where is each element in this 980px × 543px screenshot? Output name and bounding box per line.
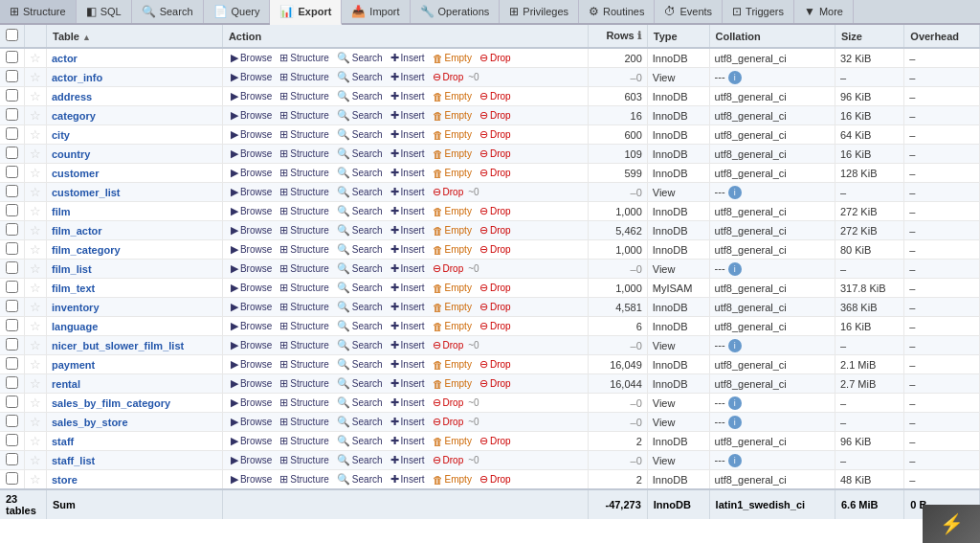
favorite-star[interactable]: ☆ xyxy=(30,415,41,429)
drop-btn[interactable]: ⊖Drop xyxy=(477,147,514,161)
row-checkbox[interactable] xyxy=(6,415,18,427)
nav-tab-operations[interactable]: 🔧Operations xyxy=(411,0,501,23)
drop-btn[interactable]: ⊖Drop xyxy=(477,281,514,295)
structure-btn[interactable]: ⊞Structure xyxy=(277,319,332,333)
structure-btn[interactable]: ⊞Structure xyxy=(277,472,332,486)
select-all-checkbox[interactable] xyxy=(6,29,18,41)
search-btn[interactable]: 🔍Search xyxy=(334,242,386,257)
browse-btn[interactable]: ▶Browse xyxy=(228,51,275,65)
search-btn[interactable]: 🔍Search xyxy=(334,453,386,467)
nav-tab-privileges[interactable]: ⊞Privileges xyxy=(500,0,579,23)
empty-btn[interactable]: 🗑Empty xyxy=(430,52,475,65)
row-checkbox[interactable] xyxy=(6,166,18,178)
row-checkbox-cell[interactable] xyxy=(0,432,25,451)
drop-btn[interactable]: ⊖Drop xyxy=(477,319,514,333)
row-checkbox-cell[interactable] xyxy=(0,279,25,298)
table-name-link[interactable]: film_category xyxy=(52,244,121,256)
star-cell[interactable]: ☆ xyxy=(25,48,47,68)
favorite-star[interactable]: ☆ xyxy=(30,242,41,257)
table-name-link[interactable]: rental xyxy=(52,378,80,390)
browse-btn[interactable]: ▶Browse xyxy=(228,204,275,218)
favorite-star[interactable]: ☆ xyxy=(30,396,41,410)
empty-btn[interactable]: 🗑Empty xyxy=(430,224,475,238)
row-checkbox-cell[interactable] xyxy=(0,106,25,125)
row-checkbox[interactable] xyxy=(6,185,18,197)
row-checkbox-cell[interactable] xyxy=(0,145,25,164)
favorite-star[interactable]: ☆ xyxy=(30,127,41,142)
favorite-star[interactable]: ☆ xyxy=(30,453,41,467)
row-checkbox-cell[interactable] xyxy=(0,317,25,336)
structure-btn[interactable]: ⊞Structure xyxy=(277,242,332,257)
star-cell[interactable]: ☆ xyxy=(25,451,47,470)
nav-tab-structure[interactable]: ⊞Structure xyxy=(0,0,77,23)
star-cell[interactable]: ☆ xyxy=(25,68,47,87)
row-checkbox-cell[interactable] xyxy=(0,183,25,202)
browse-btn[interactable]: ▶Browse xyxy=(228,396,275,410)
favorite-star[interactable]: ☆ xyxy=(30,281,41,295)
favorite-star[interactable]: ☆ xyxy=(30,70,41,84)
browse-btn[interactable]: ▶Browse xyxy=(228,223,275,238)
browse-btn[interactable]: ▶Browse xyxy=(228,415,275,429)
row-checkbox-cell[interactable] xyxy=(0,87,25,106)
row-checkbox-cell[interactable] xyxy=(0,125,25,145)
table-name-link[interactable]: film_list xyxy=(52,263,92,275)
empty-btn[interactable]: 🗑Empty xyxy=(430,128,475,142)
insert-btn[interactable]: ✚Insert xyxy=(388,434,428,448)
favorite-star[interactable]: ☆ xyxy=(30,147,41,161)
drop-btn[interactable]: ⊖Drop xyxy=(477,357,514,372)
row-checkbox[interactable] xyxy=(6,300,18,312)
empty-btn[interactable]: 🗑Empty xyxy=(430,473,475,486)
search-btn[interactable]: 🔍Search xyxy=(334,357,386,372)
star-cell[interactable]: ☆ xyxy=(25,106,47,125)
table-name-link[interactable]: actor xyxy=(52,53,78,64)
view-badge[interactable]: i xyxy=(728,71,742,84)
empty-btn[interactable]: 🗑Empty xyxy=(430,358,475,372)
row-checkbox-cell[interactable] xyxy=(0,355,25,374)
drop-btn[interactable]: ⊖Drop xyxy=(477,434,514,448)
structure-btn[interactable]: ⊞Structure xyxy=(277,166,332,180)
star-cell[interactable]: ☆ xyxy=(25,125,47,145)
drop-btn[interactable]: ⊖Drop xyxy=(430,396,467,410)
structure-btn[interactable]: ⊞Structure xyxy=(277,70,332,84)
star-cell[interactable]: ☆ xyxy=(25,279,47,298)
table-name-link[interactable]: nicer_but_slower_film_list xyxy=(52,340,184,351)
nav-tab-triggers[interactable]: ⊡Triggers xyxy=(723,0,794,23)
row-checkbox-cell[interactable] xyxy=(0,202,25,221)
browse-btn[interactable]: ▶Browse xyxy=(228,453,275,467)
row-checkbox-cell[interactable] xyxy=(0,164,25,183)
structure-btn[interactable]: ⊞Structure xyxy=(277,51,332,65)
insert-btn[interactable]: ✚Insert xyxy=(388,166,428,180)
row-checkbox[interactable] xyxy=(6,376,18,389)
row-checkbox[interactable] xyxy=(6,108,18,121)
row-checkbox[interactable] xyxy=(6,453,18,465)
row-checkbox[interactable] xyxy=(6,338,18,351)
nav-tab-more[interactable]: ▼More xyxy=(794,0,854,23)
row-checkbox[interactable] xyxy=(6,147,18,159)
table-name-link[interactable]: staff xyxy=(52,436,74,447)
favorite-star[interactable]: ☆ xyxy=(30,472,41,486)
row-checkbox[interactable] xyxy=(6,319,18,331)
star-cell[interactable]: ☆ xyxy=(25,183,47,202)
star-cell[interactable]: ☆ xyxy=(25,240,47,260)
star-cell[interactable]: ☆ xyxy=(25,413,47,432)
favorite-star[interactable]: ☆ xyxy=(30,300,41,314)
table-name-link[interactable]: language xyxy=(52,321,98,332)
search-btn[interactable]: 🔍Search xyxy=(334,166,386,180)
insert-btn[interactable]: ✚Insert xyxy=(388,396,428,410)
search-btn[interactable]: 🔍Search xyxy=(334,108,386,123)
row-checkbox-cell[interactable] xyxy=(0,298,25,317)
star-cell[interactable]: ☆ xyxy=(25,202,47,221)
drop-btn[interactable]: ⊖Drop xyxy=(430,185,467,199)
drop-btn[interactable]: ⊖Drop xyxy=(477,472,514,486)
favorite-star[interactable]: ☆ xyxy=(30,319,41,333)
favorite-star[interactable]: ☆ xyxy=(30,166,41,180)
browse-btn[interactable]: ▶Browse xyxy=(228,434,275,448)
view-badge[interactable]: i xyxy=(728,339,742,352)
table-name-link[interactable]: actor_info xyxy=(52,72,102,83)
structure-btn[interactable]: ⊞Structure xyxy=(277,281,332,295)
insert-btn[interactable]: ✚Insert xyxy=(388,338,428,352)
empty-btn[interactable]: 🗑Empty xyxy=(430,282,475,295)
insert-btn[interactable]: ✚Insert xyxy=(388,89,428,103)
favorite-star[interactable]: ☆ xyxy=(30,357,41,372)
star-cell[interactable]: ☆ xyxy=(25,298,47,317)
